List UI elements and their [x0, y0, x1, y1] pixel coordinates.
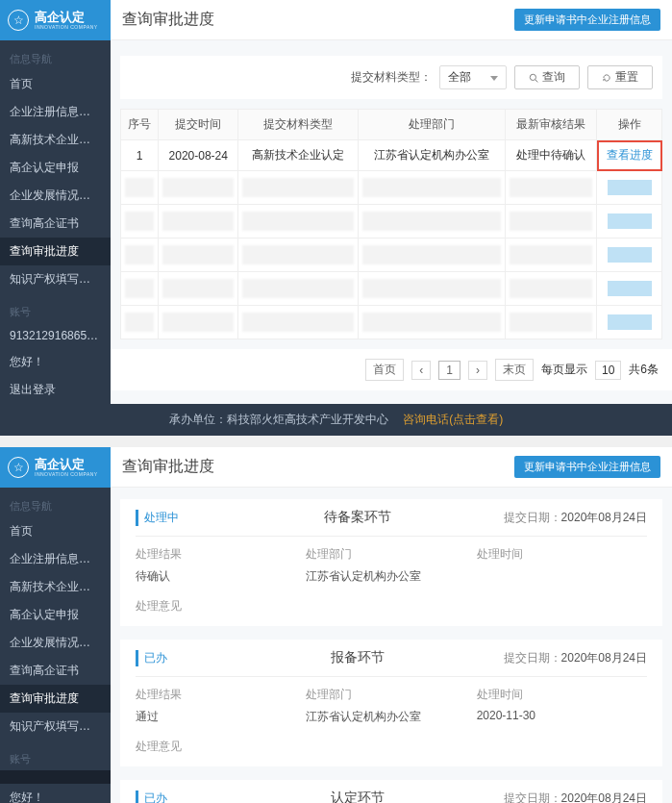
table-row: 12020-08-24高新技术企业认定江苏省认定机构办公室处理中待确认查看进度 — [121, 140, 662, 171]
sidebar-item[interactable]: 查询审批进度 — [0, 238, 111, 265]
view-progress-link[interactable]: 查看进度 — [607, 148, 653, 162]
footer-hotline[interactable]: 咨询电话(点击查看) — [403, 413, 503, 426]
table-row — [121, 306, 662, 339]
reset-icon — [602, 73, 611, 83]
per-page-label: 每页显示 — [541, 362, 587, 378]
sidebar-item[interactable]: 查询审批进度 — [0, 685, 111, 713]
greeting: 您好！ — [0, 784, 111, 803]
sidebar-item[interactable]: 高企认定申报 — [0, 154, 111, 182]
filter-bar: 提交材料类型： 全部 查询 重置 — [120, 56, 662, 99]
reset-label: 重置 — [615, 69, 638, 86]
progress-card: 已办认定环节提交日期：2020年08月24日处理结果通过处理部门江苏省认定机构办… — [120, 780, 662, 803]
reset-button[interactable]: 重置 — [587, 65, 653, 89]
sidebar: 信息导航 首页企业注册信息管理高新技术企业更名高企认定申报企业发展情况报表（年报… — [0, 40, 111, 404]
update-info-button[interactable]: 更新申请书中企业注册信息 — [514, 456, 660, 478]
logo: ☆ 高企认定 INNOVATION COMPANY — [0, 447, 111, 488]
page-title: 查询审批进度 — [122, 10, 214, 30]
card-status: 已办 — [136, 650, 212, 666]
table-row — [121, 205, 662, 238]
sidebar-item[interactable]: 知识产权填写权申诉 — [0, 713, 111, 740]
page-next[interactable]: › — [468, 361, 487, 380]
per-page-select[interactable]: 10 — [595, 361, 621, 380]
card-field-value: 通过 — [136, 709, 306, 725]
logout-link[interactable]: 退出登录 — [0, 376, 111, 404]
table-row — [121, 238, 662, 272]
page-last[interactable]: 末页 — [495, 359, 534, 381]
card-field-value — [477, 568, 647, 582]
table-header: 操作 — [597, 110, 662, 140]
sidebar-item[interactable]: 查询高企证书 — [0, 210, 111, 238]
logo-en: INNOVATION COMPANY — [35, 25, 98, 30]
card-field-value: 2020-11-30 — [477, 709, 647, 722]
filter-label: 提交材料类型： — [351, 69, 432, 86]
table-header: 提交材料类型 — [238, 110, 358, 140]
page-prev[interactable]: ‹ — [411, 361, 431, 380]
sidebar-heading: 信息导航 — [0, 493, 111, 517]
account-heading: 账号 — [0, 301, 111, 323]
footer-main: 承办单位：科技部火炬高技术产业开发中心 — [169, 413, 388, 426]
card-opinion-label: 处理意见 — [136, 739, 647, 755]
page-current[interactable]: 1 — [438, 361, 460, 380]
sidebar-item[interactable]: 高新技术企业更名 — [0, 573, 111, 601]
logo-en: INNOVATION COMPANY — [35, 472, 98, 477]
sidebar-item[interactable]: 企业发展情况报表（年报） — [0, 629, 111, 657]
table-row — [121, 272, 662, 306]
sidebar-item[interactable]: 高新技术企业更名 — [0, 126, 111, 154]
svg-point-0 — [530, 74, 535, 80]
page-first[interactable]: 首页 — [365, 359, 404, 381]
table-row — [121, 171, 662, 205]
card-field-value: 待确认 — [136, 568, 306, 585]
table-header: 提交时间 — [159, 110, 238, 140]
logo-cn: 高企认定 — [35, 11, 98, 23]
account-number-redacted — [0, 770, 111, 784]
sidebar-item[interactable]: 高企认定申报 — [0, 601, 111, 629]
footer: 承办单位：科技部火炬高技术产业开发中心 咨询电话(点击查看) — [0, 404, 672, 436]
total-count: 共6条 — [629, 362, 659, 378]
card-field-label: 处理时间 — [477, 546, 647, 563]
sidebar-item[interactable]: 首页 — [0, 70, 111, 98]
sidebar-item[interactable]: 首页 — [0, 517, 111, 545]
card-field-value: 江苏省认定机构办公室 — [306, 568, 476, 585]
card-title: 报备环节 — [212, 649, 504, 666]
card-field-label: 处理部门 — [306, 546, 476, 563]
page-title: 查询审批进度 — [122, 457, 214, 477]
logo: ☆ 高企认定 INNOVATION COMPANY — [0, 0, 111, 40]
search-button[interactable]: 查询 — [514, 65, 580, 89]
card-status: 处理中 — [136, 510, 212, 526]
card-field-value: 江苏省认定机构办公室 — [306, 709, 476, 725]
sidebar-heading: 信息导航 — [0, 46, 111, 70]
search-label: 查询 — [542, 69, 565, 86]
material-type-select[interactable]: 全部 — [439, 65, 507, 89]
card-field-label: 处理部门 — [306, 687, 476, 703]
card-date: 提交日期：2020年08月24日 — [504, 510, 647, 526]
card-status: 已办 — [136, 790, 212, 804]
sidebar-item[interactable]: 知识产权填写权申诉 — [0, 265, 111, 293]
sidebar: 信息导航 首页企业注册信息管理高新技术企业更名高企认定申报企业发展情况报表（年报… — [0, 488, 111, 803]
sidebar-item[interactable]: 企业发展情况报表（年报） — [0, 182, 111, 210]
progress-card: 已办报备环节提交日期：2020年08月24日处理结果通过处理部门江苏省认定机构办… — [120, 640, 662, 766]
card-date: 提交日期：2020年08月24日 — [504, 790, 647, 804]
svg-line-1 — [535, 79, 538, 82]
card-date: 提交日期：2020年08月24日 — [504, 650, 647, 666]
card-opinion-label: 处理意见 — [136, 598, 647, 615]
progress-table: 序号提交时间提交材料类型处理部门最新审核结果操作 12020-08-24高新技术… — [120, 109, 662, 339]
account-heading: 账号 — [0, 748, 111, 770]
logo-icon: ☆ — [8, 457, 29, 478]
sidebar-item[interactable]: 企业注册信息管理 — [0, 545, 111, 573]
progress-card: 处理中待备案环节提交日期：2020年08月24日处理结果待确认处理部门江苏省认定… — [120, 499, 662, 626]
card-title: 认定环节 — [212, 790, 504, 803]
greeting: 您好！ — [0, 348, 111, 376]
pagination: 首页 ‹ 1 › 末页 每页显示 10 共6条 — [111, 349, 672, 390]
card-field-label: 处理结果 — [136, 546, 306, 563]
update-info-button[interactable]: 更新申请书中企业注册信息 — [514, 9, 660, 31]
sidebar-item[interactable]: 查询高企证书 — [0, 657, 111, 685]
table-header: 最新审核结果 — [505, 110, 597, 140]
table-header: 处理部门 — [358, 110, 505, 140]
sidebar-item[interactable]: 企业注册信息管理 — [0, 98, 111, 126]
logo-cn: 高企认定 — [35, 458, 98, 470]
account-number: 91321291686587968R — [0, 323, 111, 348]
card-title: 待备案环节 — [212, 509, 504, 526]
search-icon — [529, 73, 538, 83]
card-field-label: 处理结果 — [136, 687, 306, 703]
card-field-label: 处理时间 — [477, 687, 647, 703]
